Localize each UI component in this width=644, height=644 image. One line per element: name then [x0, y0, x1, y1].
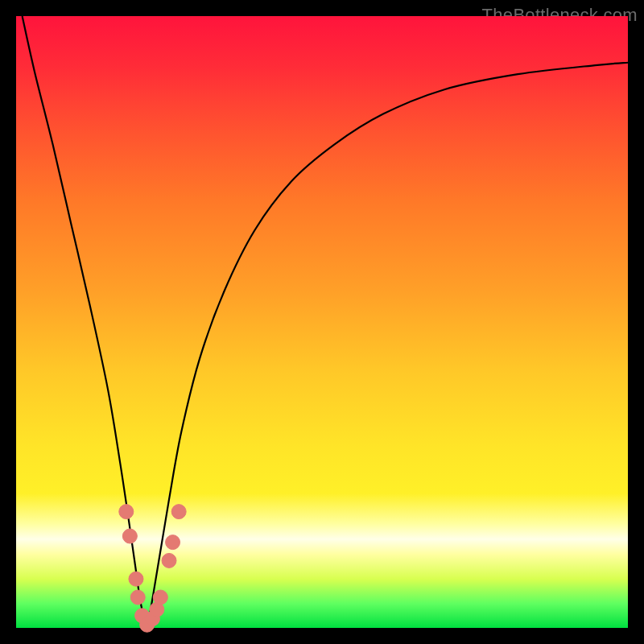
bottleneck-curve — [23, 16, 628, 628]
data-marker — [166, 535, 180, 550]
data-marker — [162, 553, 176, 568]
data-marker — [129, 572, 143, 586]
data-marker — [130, 590, 145, 605]
chart-frame: TheBottleneck.com — [0, 0, 644, 644]
data-marker — [171, 505, 186, 519]
data-marker — [119, 505, 134, 519]
plot-area — [16, 16, 628, 628]
data-marker — [122, 529, 137, 543]
data-marker — [153, 590, 167, 605]
curve-svg — [16, 16, 628, 628]
